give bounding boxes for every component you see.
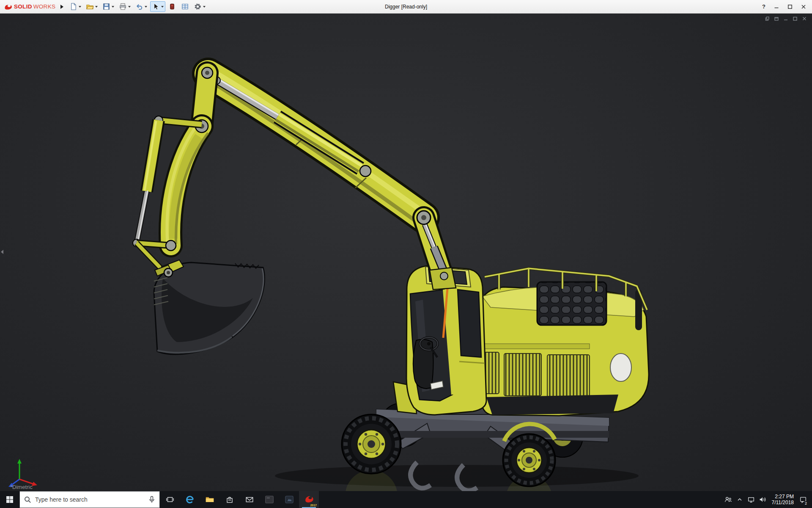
- select-tool-button[interactable]: [150, 1, 165, 12]
- dropdown-caret-icon[interactable]: [203, 6, 206, 8]
- volume-button[interactable]: [757, 491, 768, 508]
- solidworks-logo-icon: [3, 3, 13, 10]
- doc-minimize-icon[interactable]: [783, 16, 788, 21]
- search-icon: [24, 496, 31, 503]
- new-document-icon: [69, 3, 77, 11]
- operator-seat: [413, 340, 433, 389]
- feature-tree-flyout-arrow-icon[interactable]: [1, 250, 3, 254]
- stick-arm: [133, 116, 208, 272]
- document-window-controls: [765, 16, 807, 21]
- window-controls: ?: [762, 3, 809, 10]
- boom: [202, 67, 456, 290]
- orientation-triad[interactable]: [8, 459, 37, 487]
- bucket: [154, 260, 264, 354]
- close-icon: [801, 4, 806, 9]
- undo-icon: [135, 3, 143, 11]
- search-input[interactable]: [35, 496, 145, 503]
- network-icon: [747, 495, 755, 504]
- minimize-icon: [774, 4, 779, 9]
- system-tray: 2:27 PM 7/11/2018 2: [723, 491, 812, 508]
- solidworks-window: SOLIDWORKS: [0, 0, 812, 508]
- taskbar: 2017: [0, 491, 812, 508]
- print-button[interactable]: [117, 1, 132, 12]
- clock-time: 2:27 PM: [772, 494, 794, 500]
- side-vent-grille: [547, 355, 590, 398]
- quick-access-toolbar: [68, 1, 207, 12]
- action-center-button[interactable]: 2: [797, 491, 809, 508]
- titlebar: SOLIDWORKS: [0, 0, 812, 14]
- solidworks-app-button[interactable]: 2017: [299, 491, 319, 508]
- logo-text-solid: SOLID: [14, 3, 32, 10]
- open-button[interactable]: [84, 1, 99, 12]
- close-button[interactable]: [801, 4, 806, 9]
- t-show-hidden-icons-button[interactable]: [734, 491, 746, 508]
- solidworks-logo[interactable]: SOLIDWORKS: [3, 3, 55, 10]
- dropdown-caret-icon[interactable]: [95, 6, 98, 8]
- graphics-viewport[interactable]: *Dimetric: [0, 14, 812, 491]
- dropdown-caret-icon[interactable]: [161, 6, 164, 8]
- appearance-icon: [168, 3, 176, 11]
- start-icon: [6, 496, 14, 503]
- dark-app-icon-1: [264, 494, 274, 505]
- save-icon: [102, 3, 110, 11]
- document-title: Digger [Read-only]: [385, 4, 427, 10]
- microphone-icon[interactable]: [148, 496, 155, 503]
- print-icon: [119, 3, 127, 11]
- doc-window-icon-2[interactable]: [774, 16, 779, 21]
- undo-button[interactable]: [134, 1, 149, 12]
- dark-app-button-2[interactable]: [279, 491, 299, 508]
- logo-text-works: WORKS: [33, 3, 56, 10]
- excavator-3d-model: [0, 14, 812, 491]
- start-button[interactable]: [0, 491, 19, 508]
- maximize-button[interactable]: [787, 4, 793, 9]
- appearance-button[interactable]: [167, 1, 178, 12]
- doc-window-icon-1[interactable]: [765, 16, 770, 21]
- file-explorer-button[interactable]: [200, 491, 219, 508]
- file-explorer-icon: [205, 494, 215, 505]
- chevron-up-icon: [736, 496, 743, 503]
- dropdown-caret-icon[interactable]: [145, 6, 147, 8]
- dark-app-icon-2: [284, 494, 294, 505]
- doc-restore-icon[interactable]: [793, 16, 798, 21]
- notification-count-badge: 2: [804, 501, 808, 505]
- side-vent-grille: [504, 353, 541, 396]
- dropdown-caret-icon[interactable]: [112, 6, 114, 8]
- edge-button[interactable]: [180, 491, 200, 508]
- volume-icon: [758, 495, 767, 504]
- view-orientation-label: *Dimetric: [10, 484, 33, 490]
- store-button[interactable]: [219, 491, 239, 508]
- save-button[interactable]: [101, 1, 116, 12]
- taskbar-apps: 2017: [160, 491, 319, 508]
- maximize-icon: [787, 4, 793, 9]
- dropdown-caret-icon[interactable]: [79, 6, 81, 8]
- taskbar-clock[interactable]: 2:27 PM 7/11/2018: [768, 494, 798, 505]
- front-wheel: [342, 414, 401, 474]
- side-window: [458, 290, 481, 357]
- mail-icon: [245, 495, 254, 504]
- people-icon: [724, 495, 732, 504]
- solidworks-version-badge: 2017: [310, 504, 317, 507]
- menu-expand-arrow-icon[interactable]: [60, 5, 63, 9]
- people-button[interactable]: [723, 491, 734, 508]
- doc-close-icon[interactable]: [802, 16, 807, 21]
- task-view-icon: [165, 495, 175, 504]
- table-button[interactable]: [179, 1, 191, 12]
- select-cursor-icon: [152, 3, 160, 11]
- task-view-button[interactable]: [160, 491, 180, 508]
- mail-button[interactable]: [239, 491, 259, 508]
- network-button[interactable]: [746, 491, 757, 508]
- settings-button[interactable]: [192, 1, 207, 12]
- rear-lamp: [610, 353, 631, 381]
- dropdown-caret-icon[interactable]: [128, 6, 131, 8]
- gear-icon: [194, 3, 202, 11]
- new-document-button[interactable]: [68, 1, 83, 12]
- minimize-button[interactable]: [774, 4, 779, 9]
- clock-date: 7/11/2018: [772, 500, 794, 505]
- table-icon: [181, 3, 189, 11]
- open-icon: [86, 3, 94, 11]
- store-icon: [225, 495, 234, 504]
- taskbar-search[interactable]: [19, 491, 160, 508]
- dark-app-button-1[interactable]: [259, 491, 279, 508]
- help-button[interactable]: ?: [762, 3, 765, 10]
- edge-icon: [185, 494, 195, 505]
